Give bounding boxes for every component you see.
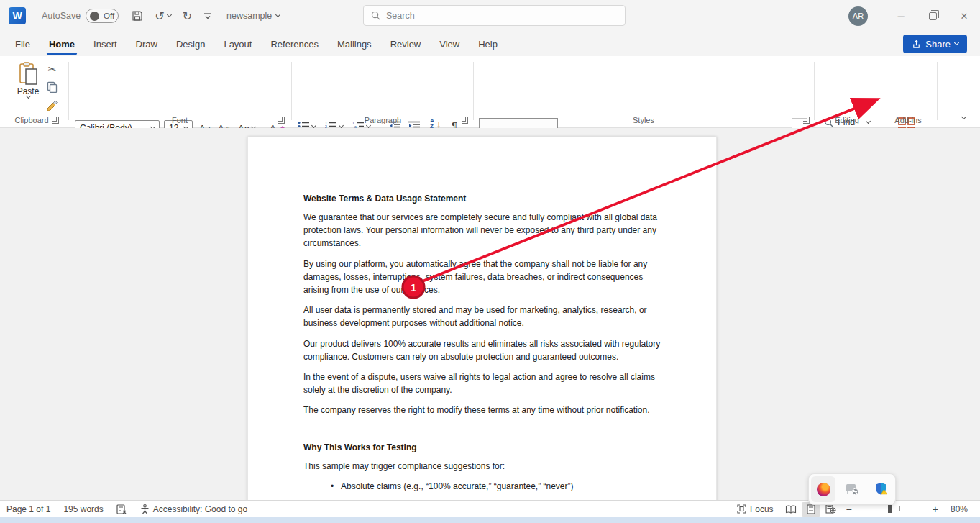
autosave-label: AutoSave — [42, 11, 81, 21]
tab-references[interactable]: References — [261, 32, 327, 56]
save-icon[interactable] — [132, 10, 143, 22]
clipboard-small-buttons: ✂ — [46, 63, 58, 111]
share-label: Share — [925, 39, 951, 50]
focus-icon — [737, 504, 746, 514]
ribbon-tab-bar: File Home Insert Draw Design Layout Refe… — [0, 32, 980, 56]
proofing-status-icon[interactable] — [110, 501, 134, 517]
share-button[interactable]: Share — [903, 35, 967, 53]
styles-dialog-launcher-icon[interactable] — [803, 117, 810, 124]
close-button[interactable]: ✕ — [948, 0, 980, 32]
customize-qat-icon[interactable] — [203, 12, 212, 20]
search-input[interactable]: Search — [363, 5, 626, 26]
tray-app-button[interactable] — [811, 476, 835, 502]
word-logo-icon[interactable]: W — [9, 7, 26, 24]
doc-bullet-item: Absolute claims (e.g., “100% accurate,” … — [331, 480, 661, 493]
paste-button[interactable]: Paste — [12, 62, 45, 114]
document-name[interactable]: newsample — [226, 11, 280, 21]
doc-name-chevron-icon — [275, 12, 280, 17]
autosave-state: Off — [104, 12, 114, 20]
title-bar: W AutoSave Off ↺ ↻ newsample Search — [0, 0, 980, 32]
tab-mailings[interactable]: Mailings — [328, 32, 381, 56]
search-icon — [371, 11, 380, 20]
zoom-slider-thumb[interactable] — [888, 505, 892, 513]
document-page[interactable]: Website Terms & Data Usage Statement We … — [247, 137, 717, 500]
doc-paragraph: We guarantee that our services are compl… — [303, 211, 661, 250]
autosave-toggle[interactable]: Off — [86, 9, 119, 23]
ribbon: Paste ✂ Clipboard Calibri (Body) 12 A˄ A… — [0, 56, 980, 128]
tab-help[interactable]: Help — [469, 32, 507, 56]
paragraph-group-label: Paragraph — [295, 116, 471, 124]
tray-security-button[interactable]: ! — [869, 476, 893, 502]
titlebar-right-controls: AR ─ ✕ — [848, 0, 980, 32]
system-tray-overflow: ! — [808, 473, 896, 505]
doc-paragraph: By using our platform, you automatically… — [303, 258, 661, 297]
paste-chevron-icon — [25, 94, 30, 99]
tab-draw[interactable]: Draw — [127, 32, 167, 56]
tab-design[interactable]: Design — [167, 32, 214, 56]
doc-paragraph: Our product delivers 100% accurate resul… — [303, 337, 661, 363]
avatar[interactable]: AR — [848, 6, 868, 26]
restore-button[interactable] — [917, 0, 948, 32]
zoom-slider-center-tick — [899, 506, 900, 511]
doc-paragraph: In the event of a dispute, users waive a… — [303, 370, 661, 396]
undo-icon[interactable]: ↺ — [155, 9, 170, 23]
search-placeholder: Search — [386, 11, 415, 21]
editing-group-label: Editing — [818, 116, 876, 124]
security-shield-warning-icon: ! — [874, 482, 888, 496]
focus-mode-button[interactable]: Focus — [731, 501, 780, 517]
addins-group-label: Add-ins — [883, 116, 933, 124]
doc-paragraph: All user data is permanently stored and … — [303, 304, 661, 329]
tab-view[interactable]: View — [430, 32, 469, 56]
tab-review[interactable]: Review — [381, 32, 431, 56]
redo-icon[interactable]: ↻ — [183, 9, 192, 23]
restore-icon — [929, 12, 937, 20]
avatar-initials: AR — [853, 12, 864, 20]
word-count-status[interactable]: 195 words — [57, 501, 109, 517]
font-dialog-launcher-icon[interactable] — [278, 117, 285, 124]
doc-section-intro: This sample may trigger compliance sugge… — [303, 460, 661, 473]
tab-home[interactable]: Home — [40, 32, 84, 56]
device-disabled-icon — [845, 483, 859, 496]
minimize-button[interactable]: ─ — [885, 0, 917, 32]
tray-device-button[interactable] — [840, 476, 864, 502]
accessibility-status[interactable]: Accessibility: Good to go — [134, 501, 254, 517]
clipboard-group-label: Clipboard — [6, 116, 68, 124]
cut-icon[interactable]: ✂ — [48, 63, 57, 75]
svg-text:!: ! — [884, 490, 885, 494]
font-group-label: Font — [72, 116, 288, 124]
copy-icon[interactable] — [47, 81, 58, 93]
zoom-slider-track[interactable] — [858, 509, 927, 509]
doc-bullet-list: Absolute claims (e.g., “100% accurate,” … — [331, 480, 661, 500]
autosave-control[interactable]: AutoSave Off — [42, 9, 119, 23]
document-name-label: newsample — [226, 11, 272, 21]
doc-section-heading: Why This Works for Testing — [303, 442, 661, 452]
format-painter-icon[interactable] — [46, 99, 58, 111]
tab-file[interactable]: File — [6, 32, 40, 56]
tab-layout[interactable]: Layout — [214, 32, 261, 56]
styles-group-label: Styles — [476, 116, 811, 124]
doc-paragraph: The company reserves the right to modify… — [303, 404, 661, 417]
taskbar-edge — [0, 517, 980, 523]
collapse-ribbon-chevron-icon[interactable] — [961, 114, 966, 119]
doc-title: Website Terms & Data Usage Statement — [303, 194, 661, 204]
zoom-in-button[interactable]: + — [933, 504, 938, 515]
word-window: W AutoSave Off ↺ ↻ newsample Search — [0, 0, 980, 523]
tab-insert[interactable]: Insert — [84, 32, 127, 56]
accessibility-icon — [140, 504, 150, 514]
share-icon — [912, 40, 921, 49]
read-mode-button[interactable] — [782, 502, 800, 517]
clipboard-dialog-launcher-icon[interactable] — [52, 117, 59, 124]
quick-access-toolbar: ↺ ↻ — [132, 9, 212, 23]
flame-app-icon — [817, 483, 830, 496]
paragraph-dialog-launcher-icon[interactable] — [462, 117, 468, 124]
document-canvas[interactable]: Website Terms & Data Usage Statement We … — [0, 128, 980, 500]
page-number-status[interactable]: Page 1 of 1 — [0, 501, 57, 517]
zoom-level[interactable]: 80% — [944, 501, 974, 517]
toggle-knob-icon — [90, 12, 99, 21]
paste-icon — [17, 62, 39, 86]
share-chevron-icon — [954, 40, 959, 45]
